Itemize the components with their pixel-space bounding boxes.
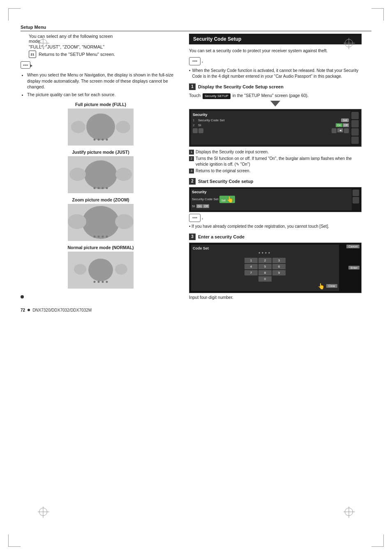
screen-sidebar-1 — [350, 111, 360, 145]
step2-header: 2 Start Security Code setup — [189, 178, 362, 185]
just-sm-blob-r — [115, 168, 132, 181]
codeset-inner: Code Set **** 1 2 3 4 5 6 7 8 9 — [191, 245, 339, 291]
crosshair-bl — [39, 508, 47, 516]
codeset-title: Code Set — [193, 246, 337, 250]
step1-item-2: 2 Turns the SI function on or off. If tu… — [189, 156, 362, 167]
sec2-toggle-on[interactable]: On — [196, 204, 203, 208]
screen-main-1: Security 1 Security Code Set Set 2 SI On… — [191, 111, 350, 145]
step1-num: 1 — [189, 83, 196, 90]
key-4[interactable]: 4 — [244, 264, 258, 269]
key-0[interactable]: 0 — [258, 276, 272, 282]
security-intro: You can set a security code to protect y… — [189, 48, 362, 54]
step2-note-text: If you have already completed the code r… — [191, 224, 329, 229]
step1-numbered-list: 1 Displays the Security code input scree… — [189, 149, 362, 174]
screen-bottom-icons-left — [193, 128, 203, 133]
full-big-blob — [86, 113, 115, 140]
screen-row2-num: 2 — [193, 123, 197, 127]
codeset-cancel-btn[interactable]: Cancel — [346, 245, 360, 248]
key-2[interactable]: 2 — [258, 258, 272, 263]
corner-mark-tr — [371, 8, 384, 21]
sec2-row-1: Security Code Set Set 👆 — [192, 196, 350, 203]
nl-text-1: Displays the Security code input screen. — [196, 149, 269, 155]
sec2-icon-2 — [353, 197, 359, 204]
full-dots-row — [94, 139, 108, 141]
screen-icon-3 — [332, 128, 337, 133]
sidebar-icon-1 — [351, 112, 359, 119]
footer-bullet — [28, 309, 30, 311]
screen-title-1: Security — [193, 113, 349, 117]
screen-toggle[interactable]: On Off — [336, 123, 349, 127]
toggle-on[interactable]: On — [336, 123, 342, 127]
dot1 — [94, 139, 96, 141]
key-5[interactable]: 5 — [258, 264, 272, 269]
just-picture-mode: Justify picture mode (JUST) — [21, 150, 181, 193]
crosshair-br — [345, 508, 353, 516]
screen-bottom-1: ◀ — [193, 128, 349, 133]
security-code-header: Security Code Setup — [189, 34, 362, 44]
sec2-title: Security — [192, 190, 350, 194]
crosshair-tl — [39, 39, 47, 47]
key-3[interactable]: 3 — [272, 258, 286, 263]
screen-icon-4 — [344, 128, 349, 133]
step2-title: Start Security Code setup — [198, 179, 253, 184]
normal-sm-blob-r — [115, 264, 127, 275]
note-bullet-2: The picture quality can be set for each … — [27, 92, 181, 98]
note-block: ≡≡≡ — [21, 61, 181, 69]
sidebar-icon-4 — [351, 136, 359, 144]
step1-item-1: 1 Displays the Security code input scree… — [189, 149, 362, 155]
just-big-blob — [84, 160, 117, 189]
corner-mark-br — [371, 534, 384, 547]
touch-rest: in the "SETUP Menu" screen (page 60). — [233, 93, 309, 98]
dot1 — [94, 281, 96, 283]
codeset-keypad: 1 2 3 4 5 6 7 8 9 — [244, 258, 286, 275]
key-6[interactable]: 6 — [272, 264, 286, 269]
key-8[interactable]: 8 — [258, 270, 272, 275]
dot4 — [106, 139, 108, 141]
just-sm-blob-l — [69, 168, 86, 181]
sec2-set-btn[interactable]: Set 👆 — [219, 196, 235, 203]
dot2 — [98, 139, 100, 141]
nl-text-3: Returns to the original screen. — [196, 168, 250, 174]
corner-mark-tl — [8, 8, 21, 21]
toggle-off[interactable]: Off — [343, 123, 349, 127]
normal-dots-row — [94, 281, 108, 283]
page-footer: 72 DNX7320/DDX7032/DDX7032M — [21, 308, 371, 312]
left-bullet-marker — [21, 295, 24, 298]
key-1[interactable]: 1 — [244, 258, 258, 263]
step1-header: 1 Display the Security Code Setup screen — [189, 83, 362, 90]
full-sm-blob-r — [116, 121, 130, 133]
dot3 — [102, 236, 104, 238]
step1-item-3: 3 Returns to the original screen. — [189, 168, 362, 174]
step3-num: 3 — [189, 234, 196, 240]
normal-pic-illustration — [68, 252, 134, 289]
left-column: You can select any of the following scre… — [21, 34, 181, 300]
screen-bottom-icons-right: ◀ — [332, 128, 349, 133]
intro-line2: mode. — [29, 39, 181, 44]
codeset-enter-btn[interactable]: Enter — [348, 266, 360, 270]
key-7[interactable]: 7 — [244, 270, 258, 275]
hand-cursor-icon-2: 👆 — [318, 283, 325, 289]
sidebar-icon-2 — [351, 120, 359, 127]
right-note-icon-2: ≡≡≡ › — [189, 214, 201, 222]
screen-row2-label: SI — [198, 123, 334, 127]
return-item: 21 Returns to the "SETUP Menu" screen. — [29, 51, 181, 58]
sidebar-icon-3 — [351, 128, 359, 136]
sec2-icon-1 — [353, 190, 359, 196]
screen-set-btn[interactable]: Set — [341, 118, 349, 122]
arrow-icon-1 — [270, 101, 280, 106]
sec2-toggle[interactable]: On Off — [196, 204, 210, 208]
return-text: Returns to the "SETUP Menu" screen. — [39, 52, 115, 57]
key-9[interactable]: 9 — [272, 270, 286, 275]
screen-row-1: 1 Security Code Set Set — [193, 118, 349, 122]
security-setup-button[interactable]: Security SETUP — [203, 93, 231, 99]
codeset-clear-btn[interactable]: Clear — [326, 284, 337, 288]
full-sm-blob-l — [71, 121, 85, 133]
screen-row1-num: 1 — [193, 118, 197, 122]
dot4 — [106, 187, 108, 189]
sec2-toggle-off[interactable]: Off — [203, 204, 209, 208]
zoom-dots-row — [94, 236, 108, 238]
dot4 — [106, 236, 108, 238]
sec2-sidebar — [352, 189, 360, 210]
sec2-si-label: SI — [192, 204, 195, 208]
right-note-icon-row: ≡≡≡ › — [189, 57, 362, 65]
